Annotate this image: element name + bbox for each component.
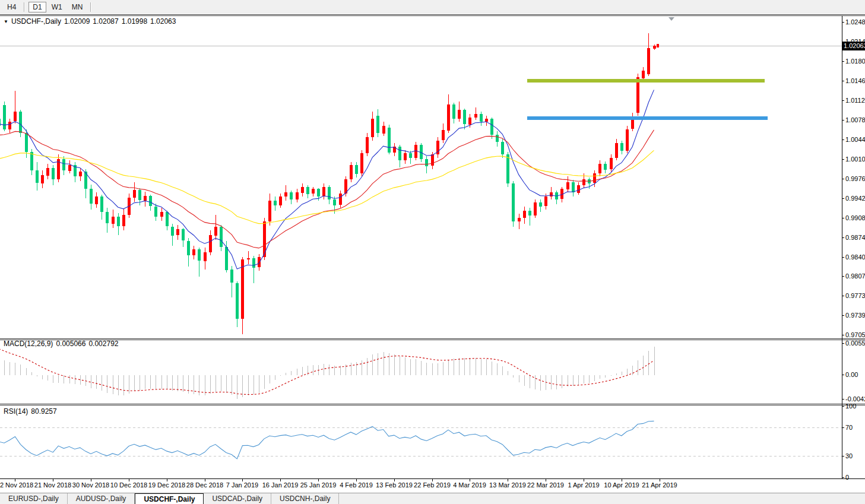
candle-body [376,116,379,133]
tab-usdchf[interactable]: USDCHF-,Daily [135,493,204,504]
rsi-indicator-label: RSI(14)80.9257 [4,407,60,416]
candle-body [534,202,537,215]
candle-body [241,259,244,319]
ohlc-high: 1.02087 [93,17,118,26]
price-chart-canvas[interactable]: 1.024801.021401.018001.014601.011201.007… [0,0,865,504]
candle-body [550,192,553,196]
date-axis-label: 1 Apr 2019 [568,481,599,489]
candle-body [404,153,407,160]
date-axis-label: 16 Jan 2019 [262,481,299,489]
candle-body [90,189,93,204]
candle-body [268,201,271,221]
candle-body [366,137,369,153]
price-axis-label: 0.99420 [845,195,865,202]
price-axis-label: 0.97390 [845,312,865,319]
symbol-tab-bar: EURUSD-,Daily AUDUSD-,Daily USDCHF-,Dail… [0,493,865,504]
price-marker-dot [657,44,659,47]
candle-body [68,165,71,171]
date-axis-label: 30 Nov 2018 [72,481,109,489]
price-axis-label: 1.02480 [845,18,865,26]
resistance-hline[interactable] [527,79,765,83]
ohlc-close: 1.02063 [150,17,176,26]
tab-usdcad[interactable]: USDCAD-,Daily [204,493,271,504]
macd-axis-label: -0.004221 [845,395,865,402]
candle-body [371,119,374,137]
support-hline[interactable] [527,116,768,120]
macd-axis-labels: 0.0055080.00-0.004221 [842,340,865,402]
candle-body [452,104,455,119]
tab-eurusd[interactable]: EURUSD-,Daily [0,493,68,504]
candle-body [220,227,223,247]
rsi-axis-labels: 10070300 [842,402,856,481]
candle-body [198,249,201,261]
candle-body [106,212,109,223]
candle-body [501,142,504,154]
candle-body [409,153,412,158]
candle-body [279,196,282,205]
candle-body [225,247,228,270]
candle-body [100,196,103,212]
date-axis-label: 4 Feb 2019 [340,481,373,489]
collapse-chart-icon[interactable]: ▼ [4,19,8,24]
candle-body [626,129,629,151]
candle-body [480,114,483,122]
candle-body [284,192,287,196]
macd-axis-label: 0.00 [845,371,858,378]
candle-body [566,182,569,189]
price-axis-label: 0.98740 [845,234,865,241]
candle-body [8,122,11,129]
rsi-axis-label: 0 [845,474,849,481]
price-axis-label: 1.00780 [845,116,865,123]
macd-main-value: 0.005066 [56,340,85,348]
chart-shift-marker-icon[interactable] [668,17,674,21]
candle-body [539,202,542,207]
candle-body [176,229,179,235]
candle-body [296,192,299,199]
candle-body [19,112,22,133]
candle-body [290,192,293,199]
candle-body [274,201,277,205]
candle-body [160,212,163,217]
candle-body [322,187,325,196]
price-axis-label: 1.01800 [845,58,865,65]
candle-body [95,196,98,204]
candle-body [442,130,445,140]
candle-body [144,196,147,201]
candle-body [431,154,434,166]
candle-body [301,187,304,193]
price-axis-label: 0.98070 [845,272,865,280]
price-axis-label: 1.00100 [845,156,865,163]
rsi-level-lines [0,428,842,457]
candle-body [582,179,585,185]
price-axis-labels: 1.024801.021401.018001.014601.011201.007… [842,18,865,338]
tab-usdcnh[interactable]: USDCNH-,Daily [271,493,339,504]
candle-body [25,133,28,152]
candle-body [620,143,623,151]
chart-title: ▼USDCHF-,Daily1.020091.020871.019981.020… [4,17,179,26]
candle-body [425,159,428,166]
date-axis-label: 21 Nov 2018 [34,481,71,489]
candle-body [604,164,607,170]
candle-body [518,218,521,221]
candle-body [133,190,136,198]
candle-body [214,227,217,236]
candle-body [230,270,233,283]
candle-body [382,126,385,134]
candle-body [182,229,185,240]
price-axis-label: 1.00440 [845,136,865,143]
date-axis-label: 4 Mar 2019 [453,481,486,489]
ohlc-low: 1.01998 [122,17,147,26]
price-axis-label: 1.01460 [845,77,865,84]
candle-body [598,164,601,173]
date-axis-label: 25 Jan 2019 [300,481,337,489]
candle-body [572,182,575,192]
chart-symbol-label: USDCHF-,Daily [11,17,61,26]
macd-indicator-label: MACD(12,26,9)0.0050660.002792 [4,340,122,348]
rsi-axis-label: 30 [845,452,853,459]
date-axis-label: 21 Apr 2019 [642,481,677,489]
candle-body [506,154,509,183]
macd-name: MACD(12,26,9) [4,340,53,348]
tab-audusd[interactable]: AUDUSD-,Daily [68,493,135,504]
candle-body [171,227,174,236]
macd-axis-label: 0.005508 [845,340,865,347]
